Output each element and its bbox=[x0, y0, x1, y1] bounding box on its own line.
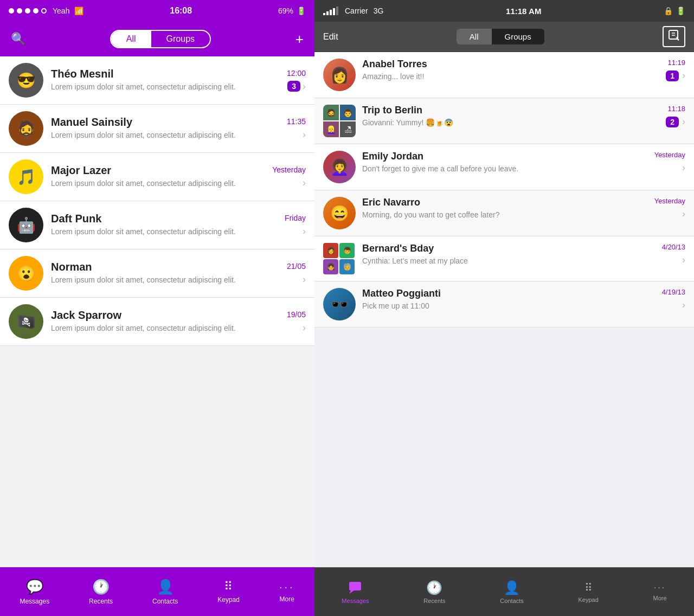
more-icon-left: ··· bbox=[279, 581, 295, 593]
right-toggle-all[interactable]: All bbox=[457, 29, 492, 44]
edit-button[interactable]: Edit bbox=[323, 32, 338, 42]
contact-meta-daft: Friday › bbox=[285, 214, 306, 237]
tab-more-left[interactable]: ··· More bbox=[279, 581, 295, 603]
bar1 bbox=[323, 13, 325, 15]
chevron-matteo: › bbox=[682, 299, 685, 311]
add-contact-icon[interactable]: + bbox=[295, 31, 304, 48]
bar3 bbox=[330, 10, 332, 15]
lock-icon: 🔒 bbox=[664, 7, 673, 15]
contact-item-jack[interactable]: 🏴‍☠️ Jack Sparrow Lorem ipsum dolor sit … bbox=[0, 298, 314, 346]
message-meta-trip: 11:18 2 › bbox=[642, 105, 685, 127]
contact-item-theo[interactable]: 😎 Théo Mesnil Lorem ipsum dolor sit amet… bbox=[0, 56, 314, 105]
badge-chevron-daft: › bbox=[303, 226, 306, 237]
contact-preview-manuel: Lorem ipsum dolor sit amet, consectetur … bbox=[51, 130, 287, 141]
contact-name-theo: Théo Mesnil bbox=[51, 68, 287, 80]
contact-item-daft[interactable]: 🤖 Daft Punk Lorem ipsum dolor sit amet, … bbox=[0, 201, 314, 249]
message-name-anabel: Anabel Torres bbox=[362, 59, 642, 70]
right-status-left: Carrier 3G bbox=[323, 7, 383, 15]
message-item-anabel[interactable]: 👩 Anabel Torres Amazing... love it!! 11:… bbox=[314, 52, 694, 98]
contact-meta-jack: 19/05 › bbox=[287, 310, 306, 333]
message-item-matteo[interactable]: 🕶️ Matteo Poggianti Pick me up at 11:00 … bbox=[314, 281, 694, 328]
badge-anabel: 1 bbox=[666, 70, 679, 81]
message-item-trip[interactable]: 🧔 👨 👱‍♀️ 🏖 Trip to Berlin Giovanni: Yumm… bbox=[314, 98, 694, 144]
right-tab-messages[interactable]: Messages bbox=[342, 580, 369, 604]
message-item-emily[interactable]: 👩‍🦱 Emily Jordan Don't forget to give me… bbox=[314, 144, 694, 190]
tab-recents-label: Recents bbox=[89, 598, 113, 605]
contact-meta-major: Yesterday › bbox=[272, 165, 306, 189]
tab-more-label-left: More bbox=[280, 595, 294, 603]
chevron-emily: › bbox=[682, 162, 685, 174]
badge-row-trip: 2 › bbox=[666, 116, 685, 127]
dot5 bbox=[41, 8, 47, 14]
contact-item-norman[interactable]: 😮 Norman Lorem ipsum dolor sit amet, con… bbox=[0, 249, 314, 298]
right-tab-more-label: More bbox=[653, 595, 667, 601]
contact-preview-daft: Lorem ipsum dolor sit amet, consectetur … bbox=[51, 227, 285, 238]
badge-row-emily: › bbox=[682, 162, 685, 174]
tab-keypad[interactable]: ⠿ Keypad bbox=[217, 580, 240, 604]
right-tab-keypad[interactable]: ⠿ Keypad bbox=[578, 581, 598, 603]
right-recents-icon: 🕐 bbox=[426, 580, 442, 595]
left-status-icons: 69% 🔋 bbox=[278, 7, 306, 15]
badge-row-bernard: › bbox=[682, 254, 685, 266]
chevron-bernard: › bbox=[682, 254, 685, 266]
toggle-groups[interactable]: Groups bbox=[151, 31, 210, 47]
contact-info-major: Major Lazer Lorem ipsum dolor sit amet, … bbox=[51, 164, 272, 189]
message-preview-anabel: Amazing... love it!! bbox=[362, 72, 642, 82]
badge-chevron-jack: › bbox=[303, 322, 306, 333]
right-status-bar: Carrier 3G 11:18 AM 🔒 🔋 bbox=[314, 0, 694, 22]
right-tab-messages-label: Messages bbox=[342, 598, 369, 604]
tab-contacts[interactable]: 👤 Contacts bbox=[152, 579, 178, 605]
right-message-list: 👩 Anabel Torres Amazing... love it!! 11:… bbox=[314, 52, 694, 567]
recents-icon: 🕐 bbox=[92, 579, 110, 595]
badge-row-eric: › bbox=[682, 208, 685, 220]
right-tab-recents[interactable]: 🕐 Recents bbox=[423, 580, 445, 604]
contact-meta-theo: 12:00 3 › bbox=[287, 69, 306, 92]
right-toggle-groups[interactable]: Groups bbox=[492, 29, 544, 44]
message-item-bernard[interactable]: 👩 👦 👧 🧓 Bernard's Bday Cynthia: Let's me… bbox=[314, 236, 694, 281]
right-tab-keypad-label: Keypad bbox=[578, 596, 598, 603]
dot4 bbox=[33, 8, 38, 14]
message-info-emily: Emily Jordan Don't forget to give me a c… bbox=[362, 151, 642, 175]
tab-recents[interactable]: 🕐 Recents bbox=[89, 579, 113, 605]
contact-preview-jack: Lorem ipsum dolor sit amet, consectetur … bbox=[51, 323, 287, 334]
message-item-eric[interactable]: 😄 Eric Navarro Morning, do you want to g… bbox=[314, 190, 694, 236]
bar4 bbox=[333, 8, 335, 15]
left-status-bar: Yeah 📶 16:08 69% 🔋 bbox=[0, 0, 314, 22]
chevron-anabel: › bbox=[682, 70, 685, 81]
svg-rect-0 bbox=[669, 30, 678, 39]
search-icon[interactable]: 🔍 bbox=[11, 32, 25, 46]
contact-name-major: Major Lazer bbox=[51, 164, 272, 177]
message-preview-emily: Don't forget to give me a call before yo… bbox=[362, 164, 642, 175]
toggle-all[interactable]: All bbox=[111, 31, 151, 47]
contact-time-theo: 12:00 bbox=[287, 69, 306, 78]
left-time: 16:08 bbox=[170, 6, 192, 16]
message-name-matteo: Matteo Poggianti bbox=[362, 288, 642, 299]
chevron-manuel: › bbox=[303, 129, 306, 140]
right-battery-area: 🔒 🔋 bbox=[664, 7, 685, 15]
dot2 bbox=[17, 8, 22, 14]
tab-messages[interactable]: 💬 Messages bbox=[20, 579, 49, 605]
compose-button[interactable] bbox=[663, 26, 685, 47]
badge-row-matteo: › bbox=[682, 299, 685, 311]
tab-keypad-label: Keypad bbox=[217, 596, 240, 604]
contact-item-manuel[interactable]: 🧔 Manuel Sainsily Lorem ipsum dolor sit … bbox=[0, 105, 314, 153]
right-tab-contacts[interactable]: 👤 Contacts bbox=[500, 580, 523, 604]
message-preview-bernard: Cynthia: Let's meet at my place bbox=[362, 256, 642, 267]
chevron-eric: › bbox=[682, 208, 685, 220]
message-name-eric: Eric Navarro bbox=[362, 197, 642, 208]
contacts-icon: 👤 bbox=[157, 579, 174, 595]
left-contact-list: 😎 Théo Mesnil Lorem ipsum dolor sit amet… bbox=[0, 56, 314, 567]
chevron-norman: › bbox=[303, 274, 306, 285]
message-time-trip: 11:18 bbox=[667, 105, 685, 113]
message-meta-eric: Yesterday › bbox=[642, 197, 685, 220]
contact-time-major: Yesterday bbox=[272, 165, 306, 174]
battery-icon: 🔋 bbox=[297, 7, 306, 15]
keypad-icon: ⠿ bbox=[224, 580, 234, 594]
chevron-jack: › bbox=[303, 322, 306, 333]
message-time-bernard: 4/20/13 bbox=[662, 243, 685, 251]
contact-meta-norman: 21/05 › bbox=[287, 262, 306, 285]
message-preview-matteo: Pick me up at 11:00 bbox=[362, 301, 642, 312]
contact-item-major[interactable]: 🎵 Major Lazer Lorem ipsum dolor sit amet… bbox=[0, 153, 314, 201]
right-tab-more[interactable]: ··· More bbox=[653, 583, 667, 601]
avatar-theo: 😎 bbox=[9, 63, 43, 98]
